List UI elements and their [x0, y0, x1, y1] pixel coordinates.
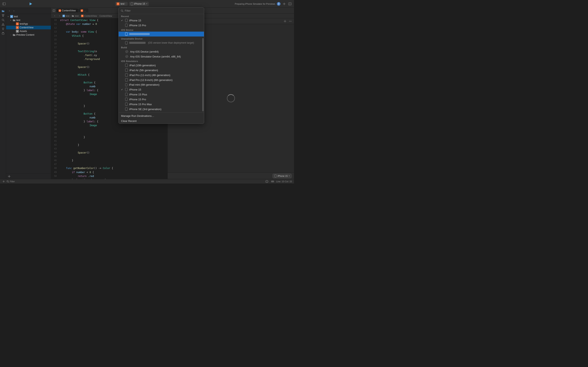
nav-forward-button[interactable]: › — [12, 9, 16, 12]
debug-nav-icon[interactable] — [1, 32, 5, 35]
testapp-file-icon: S — [16, 22, 19, 25]
cursor-position: Line: 10 Col: 15 — [276, 180, 292, 183]
editor-mode-toggle[interactable] — [52, 8, 56, 13]
svg-point-15 — [3, 25, 3, 25]
code-line: 40 } — [51, 135, 167, 139]
unavailable-device-item[interactable]: (OS version lower than deployment target… — [119, 40, 204, 45]
folder-nav-icon[interactable] — [1, 9, 5, 13]
source-control-icon[interactable] — [1, 14, 5, 17]
status-memory-btn[interactable] — [270, 179, 275, 184]
preview-disclosure[interactable]: › — [9, 34, 12, 36]
build-icon1 — [125, 50, 129, 53]
preview-more-button[interactable] — [288, 19, 292, 23]
project-disclosure[interactable]: ▾ — [7, 15, 9, 18]
tree-item-project[interactable]: ▾ A test — [6, 15, 51, 18]
dropdown-filter-input[interactable] — [125, 9, 202, 12]
dropdown-scrollbar[interactable] — [202, 38, 204, 111]
ipad-mini-item[interactable]: iPad mini (6th generation) — [119, 82, 204, 87]
svg-rect-16 — [2, 33, 4, 34]
warning-nav-icon[interactable] — [1, 23, 5, 26]
tree-item-contentview[interactable]: S ContentView — [6, 26, 51, 29]
ipad-air-5th-label: iPad Air (5th generation) — [130, 69, 158, 72]
tree-item-preview-content[interactable]: › Preview Content — [6, 33, 51, 37]
ipad-pro-11-item[interactable]: iPad Pro (11-inch) (4th generation) — [119, 73, 204, 77]
tab-second[interactable]: S ... — [78, 8, 88, 12]
code-line: 39 — [51, 132, 167, 135]
scheme-selector[interactable]: A test › — [115, 2, 128, 6]
project-icon: A — [10, 15, 13, 18]
preview-device-button[interactable]: iPhone 15 ▾ — [273, 174, 292, 178]
svg-point-48 — [126, 35, 127, 35]
tree-item-assets[interactable]: A Assets — [6, 29, 51, 33]
folder-icon — [13, 19, 16, 22]
test-folder-disclosure[interactable]: ▾ — [9, 19, 12, 21]
iphone15pro-label: iPhone 15 Pro — [129, 98, 146, 101]
add-editor-button[interactable] — [282, 2, 286, 6]
iphone15pro-item[interactable]: iPhone 15 Pro — [119, 97, 204, 102]
unavail-name-placeholder — [129, 42, 146, 44]
code-line: 51 } else if number == 0 { — [51, 178, 167, 179]
code-line: 37 Image — [51, 124, 167, 127]
testapp-label: testApp — [20, 22, 28, 25]
breadcrumb-symbol: ContentView — [99, 15, 112, 17]
code-line: 47 — [51, 162, 167, 166]
ipad-air-5th-item[interactable]: iPad Air (5th generation) — [119, 68, 204, 73]
recent-iphone15-item[interactable]: ✓ iPhone 15 — [119, 18, 204, 23]
ipad-pro-12-item[interactable]: iPad Pro (12.9-inch) (6th generation) — [119, 77, 204, 82]
status-add-button[interactable] — [2, 180, 5, 183]
any-ios-simulator-item[interactable]: Any iOS Simulator Device (arm64, x86_64) — [119, 54, 204, 59]
device-selector-toolbar[interactable]: iPhone 15 ▾ — [129, 2, 149, 6]
navigator-panel: ‹ › ▾ A test ▾ test S testApp — [6, 8, 51, 179]
unavailable-section-label: Unavailable Device — [119, 36, 204, 40]
search-nav-icon[interactable] — [1, 18, 5, 22]
svg-point-59 — [126, 91, 127, 91]
svg-point-41 — [121, 10, 123, 11]
svg-line-42 — [123, 11, 123, 12]
ipad-icon4 — [125, 78, 128, 82]
tab-contentview[interactable]: S ContentView — [56, 8, 78, 12]
 — [13, 30, 15, 33]
build-section-label: Build — [119, 45, 204, 49]
iphone15plus-item[interactable]: iPhone 15 Plus — [119, 92, 204, 97]
unavailable-reason: (OS version lower than deployment target… — [148, 42, 194, 44]
svg-rect-53 — [125, 64, 128, 67]
status-warnings-btn[interactable] — [265, 179, 269, 184]
any-ios-device-item[interactable]: Any iOS Device (arm64) — [119, 49, 204, 54]
iphone15plus-icon — [125, 93, 128, 96]
run-button[interactable] — [28, 1, 33, 6]
tree-item-test-folder[interactable]: ▾ test — [6, 18, 51, 22]
build-icon2 — [125, 55, 129, 58]
iphonese-item[interactable]: iPhone SE (3rd generation) — [119, 107, 204, 111]
sidebar-toggle-button[interactable] — [2, 2, 6, 6]
phone-device-icon — [125, 19, 128, 22]
status-right: Line: 10 Col: 15 — [265, 179, 292, 184]
svg-point-46 — [126, 26, 127, 27]
tree-item-testapp[interactable]: S testApp — [6, 22, 51, 26]
svg-point-26 — [290, 21, 291, 21]
ipad-10th-item[interactable]: iPad (10th generation) — [119, 63, 204, 68]
svg-rect-0 — [3, 3, 6, 5]
breadcrumb-forward[interactable]: › — [58, 14, 62, 18]
nav-back-button[interactable]: ‹ — [8, 9, 11, 12]
filter-input-area: Filter — [7, 180, 15, 183]
phone-icon — [131, 2, 133, 6]
svg-point-51 — [126, 50, 128, 53]
recent-iphone15pro-item[interactable]: iPhone 15 Pro — [119, 23, 204, 28]
svg-point-44 — [126, 21, 127, 22]
window-controls-button[interactable] — [288, 2, 292, 6]
manage-destinations-action[interactable]: Manage Run Destinations… — [119, 113, 204, 118]
code-line: 49 if number < 0 { — [51, 170, 167, 174]
ipad-icon3 — [125, 73, 128, 77]
iphone15-sim-item[interactable]: ✓ iPhone 15 — [119, 87, 204, 92]
clear-recent-action[interactable]: Clear Recent — [119, 118, 204, 124]
breadcrumb-back[interactable]: ‹ — [53, 14, 57, 18]
device-name-placeholder — [129, 33, 150, 35]
ios-device-item[interactable] — [119, 32, 204, 36]
add-file-icon[interactable] — [8, 175, 11, 178]
test-nav-icon[interactable] — [1, 27, 5, 31]
dropdown-separator1 — [119, 112, 204, 113]
tab-contentview-label: ContentView — [62, 9, 76, 12]
preview-pin-button[interactable] — [283, 19, 287, 23]
preview-device-label: iPhone 15 — [277, 175, 288, 177]
iphone15promax-item[interactable]: iPhone 15 Pro Max — [119, 102, 204, 107]
